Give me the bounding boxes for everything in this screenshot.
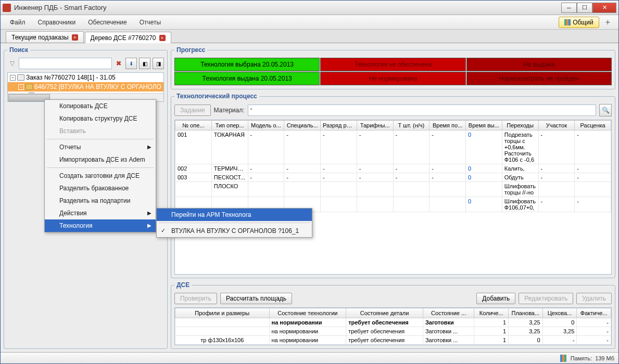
- table-header[interactable]: Переходы: [502, 121, 538, 131]
- tree-order[interactable]: Заказ №7760270 148[1] - 31.05: [26, 74, 116, 81]
- progress-cell: Не нормирована: [320, 72, 465, 85]
- calc-area-button[interactable]: Рассчитать площадь: [220, 293, 292, 304]
- app-icon: [3, 4, 11, 12]
- menu-file[interactable]: Файл: [5, 17, 31, 28]
- submenu-goto-arm[interactable]: Перейти на АРМ Технолога: [157, 209, 312, 221]
- context-item[interactable]: Действия▶: [45, 207, 156, 219]
- menu-provision[interactable]: Обеспечение: [83, 17, 132, 28]
- minimize-button[interactable]: ─: [561, 3, 577, 13]
- down-button[interactable]: ⬇: [125, 58, 137, 69]
- progress-panel: Прогресс Технология выбрана 20.05.2013 Т…: [171, 46, 615, 89]
- context-item[interactable]: Отчеты▶: [45, 141, 156, 153]
- tech-legend: Технологический процесс: [174, 93, 259, 100]
- edit-button[interactable]: Редактировать: [519, 293, 573, 304]
- context-item[interactable]: Разделить на подпартии: [45, 194, 156, 207]
- context-submenu[interactable]: Перейти на АРМ Технолога ✓ВТУЛКА НА ВТУЛ…: [156, 208, 312, 238]
- context-item[interactable]: Импортировать ДСЕ из Adem: [45, 153, 156, 166]
- table-header[interactable]: Планова...: [509, 308, 543, 318]
- material-label: Материал:: [214, 107, 245, 114]
- clear-search-button[interactable]: ✖: [114, 60, 123, 67]
- tech-grid[interactable]: № опе...Тип опер...Модель о...Специаль..…: [174, 120, 612, 275]
- table-header[interactable]: Состояние технологии: [269, 308, 346, 318]
- progress-cell: Нормоконтроль не пройден: [466, 72, 612, 85]
- table-row[interactable]: 003ПЕСКОСТ...------0Обдуть--: [175, 173, 611, 182]
- delete-button[interactable]: Удалить: [576, 293, 612, 304]
- progress-cell: Не выдана: [466, 58, 612, 71]
- table-header[interactable]: № опе...: [175, 121, 212, 131]
- table-header[interactable]: Время вы...: [466, 121, 502, 131]
- menubar: Файл Справочники Обеспечение Отчеты Общи…: [1, 15, 618, 30]
- chart-icon: [560, 355, 567, 362]
- tabbar: Текущие подзаказы × Дерево ДСЕ #7760270 …: [1, 30, 618, 43]
- table-header[interactable]: Время по...: [429, 121, 466, 131]
- dse-grid[interactable]: Профили и размерыСостояние технологииСос…: [174, 307, 612, 345]
- progress-cell: Технология выбрана 20.05.2013: [174, 58, 320, 71]
- add-tab-button[interactable]: +: [601, 17, 614, 28]
- tab-dse-tree[interactable]: Дерево ДСЕ #7760270 ×: [85, 32, 171, 43]
- table-header[interactable]: Количе...: [474, 308, 509, 318]
- order-icon: [17, 74, 24, 81]
- context-item[interactable]: Разделить бракованное: [45, 182, 156, 194]
- submenu-item[interactable]: ✓ВТУЛКА НА ВТУЛКУ С ОРГАНОЛОВ ?106_1: [157, 225, 312, 237]
- context-item[interactable]: Создать заготовки для ДСЕ: [45, 170, 156, 182]
- search-legend: Поиск: [7, 46, 30, 54]
- tab-close-icon[interactable]: ×: [72, 34, 78, 41]
- table-header[interactable]: Тип опер...: [211, 121, 248, 131]
- table-header[interactable]: Состояние ...: [423, 308, 474, 318]
- table-header[interactable]: Тарифны...: [357, 121, 393, 131]
- dse-panel: ДСЕ Проверить Рассчитать площадь Добавит…: [171, 281, 615, 349]
- search-input[interactable]: [19, 58, 112, 69]
- nav-button-1[interactable]: ◧: [139, 58, 150, 69]
- titlebar: Инженер ПДБ - Smart Factory ─ ☐ ✕: [1, 1, 618, 15]
- table-row[interactable]: на нормированиитребует обеспеченияЗагото…: [175, 327, 611, 336]
- maximize-button[interactable]: ☐: [577, 3, 592, 13]
- context-item[interactable]: Копировать ДСЕ: [45, 100, 156, 112]
- menu-reports[interactable]: Отчеты: [134, 17, 166, 28]
- table-header[interactable]: Разряд ра...: [321, 121, 357, 131]
- table-row[interactable]: тр ф130x16x106на нормированиитребует обе…: [175, 336, 611, 345]
- add-button[interactable]: Добавить: [476, 293, 515, 304]
- context-item[interactable]: Копировать структуру ДСЕ: [45, 112, 156, 125]
- table-header[interactable]: Т шт. (н/ч): [393, 121, 429, 131]
- filter-icon[interactable]: ▽: [7, 59, 17, 68]
- tech-process-panel: Технологический процесс Задание Материал…: [171, 93, 615, 278]
- close-button[interactable]: ✕: [592, 3, 616, 13]
- memory-value: 139 Мб: [595, 355, 614, 361]
- tree-view[interactable]: − Заказ №7760270 148[1] - 31.05 − 646/75…: [7, 72, 164, 102]
- tab-close-icon[interactable]: ×: [159, 35, 166, 41]
- memory-label: Память:: [571, 355, 592, 361]
- tree-selected-item[interactable]: 646/752 [ВТУЛКА НА ВТУЛКУ С ОРГАНОЛО: [34, 83, 161, 90]
- progress-cell: Технология выдана 20.05.2013: [174, 72, 320, 85]
- dse-legend: ДСЕ: [174, 281, 192, 289]
- context-item[interactable]: Технология▶: [45, 219, 156, 232]
- mode-button[interactable]: Общий: [559, 17, 599, 28]
- context-menu[interactable]: Копировать ДСЕКопировать структуру ДСЕВс…: [44, 99, 156, 232]
- table-header[interactable]: Цехова...: [542, 308, 577, 318]
- statusbar: Память: 139 Мб: [1, 352, 618, 363]
- progress-cell: Технология не обеспечена: [320, 58, 465, 71]
- task-button[interactable]: Задание: [174, 105, 211, 116]
- table-row[interactable]: 002ТЕРМИЧЕ...------0Калить,--: [175, 164, 611, 173]
- table-header[interactable]: Модель о...: [248, 121, 284, 131]
- search-material-button[interactable]: 🔍: [599, 104, 612, 116]
- table-header[interactable]: Специаль...: [284, 121, 321, 131]
- material-input[interactable]: -: [248, 105, 596, 116]
- expander-icon[interactable]: −: [18, 84, 24, 90]
- window-title: Инженер ПДБ - Smart Factory: [14, 4, 561, 11]
- folder-icon: [26, 84, 33, 90]
- table-row[interactable]: ПЛОСКОШлифовать торцы //-но: [175, 182, 611, 197]
- menu-references[interactable]: Справочники: [33, 17, 81, 28]
- table-header[interactable]: Фактиче...: [577, 308, 611, 318]
- progress-legend: Прогресс: [174, 46, 207, 54]
- table-header[interactable]: Состояние детали: [346, 308, 423, 318]
- table-header[interactable]: Участок: [538, 121, 575, 131]
- table-header[interactable]: Расценка: [575, 121, 611, 131]
- context-item[interactable]: Вставить: [45, 125, 156, 137]
- tab-current-suborders[interactable]: Текущие подзаказы ×: [6, 31, 84, 43]
- check-button[interactable]: Проверить: [174, 293, 217, 304]
- table-header[interactable]: Профили и размеры: [175, 308, 270, 318]
- expander-icon[interactable]: −: [10, 75, 16, 81]
- nav-button-2[interactable]: ◨: [153, 58, 164, 69]
- table-row[interactable]: на нормированиитребует обеспеченияЗагото…: [175, 318, 611, 327]
- table-row[interactable]: 001ТОКАРНАЯ------0Подрезать торцы с +0,6…: [175, 131, 611, 164]
